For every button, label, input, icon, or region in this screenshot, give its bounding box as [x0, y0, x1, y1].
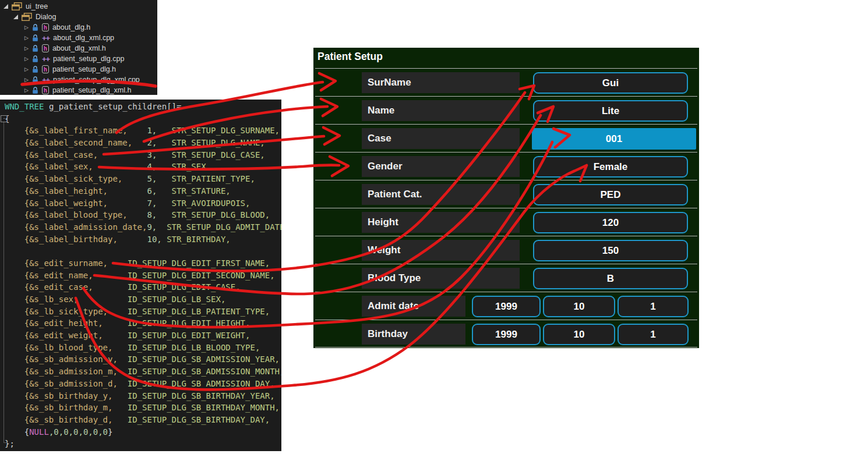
tree-item-label[interactable]: patient_setup_dlg.cpp	[53, 55, 124, 63]
code-token: ID_SETUP_DLG_EDIT_CASE,	[128, 282, 241, 292]
code-token: ID_SETUP_DLG_SB_BIRTHDAY_YEAR,	[128, 391, 275, 400]
code-line: {&s_label_height, 6, STR_STATURE,	[5, 185, 281, 197]
admit-year-spinbox[interactable]: 1999	[472, 296, 541, 317]
code-token: STR_SETUP_DLG_CASE,	[172, 150, 265, 159]
cpp-file-icon: ++	[42, 55, 50, 63]
header-file-icon: h	[42, 86, 49, 94]
lock-icon	[32, 76, 38, 84]
expanded-arrow-icon[interactable]	[3, 4, 8, 9]
code-token: []=	[167, 102, 181, 111]
collapsed-arrow-icon[interactable]: ▷	[24, 67, 29, 72]
code-token: 10,	[147, 235, 161, 244]
birthday-month-spinbox[interactable]: 10	[543, 324, 615, 345]
code-token: }	[108, 427, 112, 437]
code-token: };	[5, 439, 15, 448]
collapsed-arrow-icon[interactable]: ▷	[24, 25, 29, 30]
expanded-arrow-icon[interactable]	[13, 15, 18, 19]
code-line: {&s_sb_admission_d, ID_SETUP_DLG_SB_ADMI…	[5, 378, 281, 390]
code-line: {&s_label_sick_type, 5, STR_PATIENT_TYPE…	[5, 173, 281, 185]
code-line: {&s_edit_height, ID_SETUP_DLG_EDIT_HEIGH…	[5, 317, 281, 329]
surname-input[interactable]: Gui	[533, 72, 688, 94]
code-token: {&s_label_sex,	[5, 162, 93, 171]
header-file-icon: h	[42, 23, 49, 31]
code-token	[112, 391, 127, 400]
code-token: ID_SETUP_DLG_EDIT_SECOND_NAME,	[128, 271, 275, 280]
fold-guide-line	[3, 122, 4, 442]
code-line: {&s_sb_birthday_y, ID_SETUP_DLG_SB_BIRTH…	[5, 390, 281, 402]
code-line: {&s_sb_admission_y, ID_SETUP_DLG_SB_ADMI…	[5, 353, 281, 366]
collapsed-arrow-icon[interactable]: ▷	[24, 56, 29, 62]
tree-item-label[interactable]: ui_tree	[26, 2, 48, 10]
code-token: {&s_sb_birthday_y,	[5, 391, 112, 400]
code-line: {&s_lb_blood_type, ID_SETUP_DLG_LB_BLOOD…	[5, 342, 281, 354]
tree-item-label[interactable]: patient_setup_dlg_xml.h	[52, 86, 132, 94]
collapsed-arrow-icon[interactable]: ▷	[24, 88, 29, 93]
collapsed-arrow-icon[interactable]: ▷	[24, 36, 29, 41]
tree-item-file-highlighted[interactable]: ▷ ++ patient_setup_dlg_xml.cpp	[24, 75, 140, 85]
collapsed-arrow-icon[interactable]: ▷	[24, 77, 29, 83]
birthday-year-spinbox[interactable]: 1999	[472, 324, 541, 345]
admit-month-spinbox[interactable]: 10	[543, 296, 615, 317]
code-token	[122, 174, 147, 183]
field-label-gender: Gender	[362, 156, 520, 177]
lock-icon	[32, 55, 38, 63]
code-token: STR_SETUP_DLG_ADMIT_DATE,	[167, 222, 281, 232]
code-token: {&s_edit_name,	[5, 271, 93, 280]
tree-item-label[interactable]: patient_setup_dlg_xml.cpp	[53, 76, 140, 84]
patient-cat-listbox[interactable]: PED	[533, 184, 688, 205]
tree-item-file[interactable]: ▷ h about_dlg_xml.h	[24, 43, 106, 54]
code-token	[118, 379, 128, 388]
code-token: STR_PATIENT_TYPE,	[172, 174, 255, 183]
name-input[interactable]: Lite	[533, 100, 688, 122]
separator	[315, 292, 697, 292]
tree-item-file[interactable]: ▷ h patient_setup_dlg_xml.h	[24, 85, 131, 95]
birthday-day-spinbox[interactable]: 1	[618, 324, 689, 345]
code-editor[interactable]: WND_TREE g_patient_setup_children[]={ {&…	[0, 100, 281, 450]
tree-item-ui-tree[interactable]: ui_tree	[3, 1, 48, 12]
code-fold-toggle[interactable]: -	[1, 115, 8, 122]
code-token: ID_SETUP_DLG_EDIT_WEIGHT,	[128, 331, 250, 340]
gender-listbox[interactable]: Female	[533, 156, 688, 178]
collapsed-arrow-icon[interactable]: ▷	[24, 46, 29, 51]
code-token	[157, 210, 171, 219]
code-token: ID_SETUP_DLG_SB_ADMISSION_MONTH,	[128, 367, 281, 376]
code-token	[118, 235, 147, 244]
tree-item-file[interactable]: ▷ h about_dlg.h	[24, 22, 90, 33]
tree-item-label[interactable]: about_dlg.h	[52, 23, 90, 31]
tree-item-file[interactable]: ▷ ++ about_dlg_xml.cpp	[24, 33, 114, 43]
code-token: ID_SETUP_DLG_EDIT_HEIGHT,	[128, 318, 250, 328]
code-token: {&s_edit_case,	[5, 282, 93, 292]
height-input[interactable]: 120	[533, 212, 688, 233]
tree-item-label[interactable]: about_dlg_xml.h	[52, 44, 106, 52]
code-token: 2,	[147, 138, 157, 147]
code-token: {&s_label_birthday,	[5, 235, 118, 244]
separator	[315, 180, 697, 180]
tree-item-label[interactable]: about_dlg_xml.cpp	[53, 34, 114, 42]
tree-item-label[interactable]: patient_setup_dlg.h	[52, 65, 116, 73]
code-line	[5, 245, 281, 257]
admit-day-spinbox[interactable]: 1	[618, 296, 689, 317]
tree-item-label[interactable]: Dialog	[36, 13, 56, 21]
weight-input[interactable]: 150	[533, 240, 688, 261]
separator	[315, 320, 697, 320]
code-token: ID_SETUP_DLG_SB_ADMISSION_YEAR,	[128, 354, 280, 364]
tree-item-dialog[interactable]: Dialog	[13, 12, 56, 22]
code-line: {&s_edit_case, ID_SETUP_DLG_EDIT_CASE,	[5, 281, 281, 293]
code-token	[112, 403, 127, 412]
code-line: {&s_lb_sick_type, ID_SETUP_DLG_LB_PATIEN…	[5, 306, 281, 318]
separator	[315, 124, 697, 125]
code-token: {	[5, 427, 29, 437]
field-label-height: Height	[362, 212, 520, 233]
code-token: STR_SETUP_DLG_SURNAME,	[172, 126, 280, 135]
field-label-patient-cat: Patient Cat.	[362, 184, 520, 205]
tree-item-file[interactable]: ▷ h patient_setup_dlg.h	[24, 64, 116, 75]
code-line: {&s_label_second_name, 2, STR_SETUP_DLG_…	[5, 137, 281, 149]
code-token	[93, 271, 128, 280]
code-token	[128, 210, 147, 219]
solution-explorer-panel: ui_tree Dialog ▷ h about_dlg.h ▷ ++ abou…	[0, 0, 157, 95]
blood-type-listbox[interactable]: B	[533, 268, 688, 289]
code-token	[157, 138, 171, 147]
case-input-selected[interactable]: 001	[532, 128, 696, 150]
tree-item-file[interactable]: ▷ ++ patient_setup_dlg.cpp	[24, 54, 124, 64]
field-label-blood-type: Blood Type	[362, 268, 520, 289]
